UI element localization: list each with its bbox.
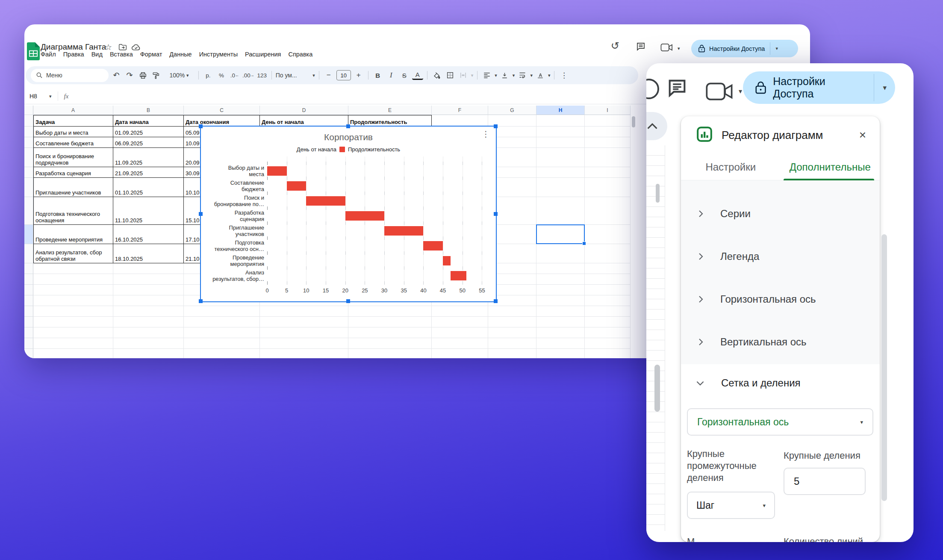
comments-icon[interactable] xyxy=(636,41,646,53)
sheet-cell[interactable] xyxy=(585,137,631,148)
sheet-cell[interactable] xyxy=(113,306,184,317)
sheet-cell[interactable] xyxy=(184,317,260,327)
camera-dropdown-icon[interactable]: ▾ xyxy=(739,87,742,95)
gantt-chart[interactable]: КорпоративДень от началаПродолжительност… xyxy=(201,127,496,301)
row-header[interactable] xyxy=(24,197,33,225)
sheet-cell[interactable]: Выбор даты и места xyxy=(33,127,113,137)
sheet-cell[interactable] xyxy=(432,317,488,327)
sheet-cell[interactable]: 18.10.2025 xyxy=(113,244,184,263)
font-select[interactable]: По ум...▾ xyxy=(276,69,315,81)
vertical-align-button[interactable] xyxy=(499,69,510,81)
row-header[interactable] xyxy=(24,225,33,244)
sheet-cell[interactable] xyxy=(536,306,585,317)
camera-dropdown-icon[interactable]: ▾ xyxy=(678,46,680,51)
sheet-cell[interactable] xyxy=(348,306,432,317)
sheet-cell[interactable]: Составление бюджета xyxy=(33,137,113,148)
sheet-cell[interactable] xyxy=(536,148,585,167)
format-currency-button[interactable]: р. xyxy=(203,69,214,81)
sheet-cell[interactable] xyxy=(536,244,585,263)
row-header[interactable] xyxy=(24,306,33,317)
merge-dropdown-icon[interactable]: ▾ xyxy=(471,73,474,78)
zoom-select[interactable]: 100% ▾ xyxy=(164,69,194,81)
sheet-cell[interactable]: Подготовка технического оснащения xyxy=(33,197,113,225)
sheet-cell[interactable]: Анализ результатов, сбор обратной связи xyxy=(33,244,113,263)
text-rotation-dropdown-icon[interactable]: ▾ xyxy=(548,73,551,78)
sheet-cell[interactable] xyxy=(113,285,184,295)
sheet-cell[interactable] xyxy=(113,274,184,285)
comments-icon[interactable] xyxy=(666,77,688,101)
row-column-corner[interactable] xyxy=(24,106,33,115)
minor-ticks-select[interactable]: Шаг ▾ xyxy=(687,492,775,519)
sheet-cell[interactable]: Дата начала xyxy=(113,115,184,127)
row-header[interactable] xyxy=(24,295,33,306)
accordion-item-2[interactable]: Горизонтальная ось xyxy=(681,279,880,320)
sheet-cell[interactable]: 06.09.2025 xyxy=(113,137,184,148)
row-header[interactable] xyxy=(24,244,33,263)
share-button[interactable]: Настройки Доступа ▾ xyxy=(743,71,895,104)
sheet-cell[interactable] xyxy=(260,317,348,327)
sheet-cell[interactable] xyxy=(585,349,631,358)
sheet-cell[interactable]: Поиск и бронирование подрядчиков xyxy=(33,148,113,167)
sheet-cell[interactable] xyxy=(348,317,432,327)
selection-handle[interactable] xyxy=(346,299,350,303)
sheet-cell[interactable] xyxy=(488,327,536,338)
sheet-cell[interactable]: 11.10.2025 xyxy=(113,197,184,225)
row-header[interactable] xyxy=(24,178,33,197)
selection-handle[interactable] xyxy=(494,299,498,303)
sheet-cell[interactable] xyxy=(585,338,631,349)
share-dropdown-icon[interactable]: ▾ xyxy=(770,46,783,51)
sheet-cell[interactable] xyxy=(260,327,348,338)
sheet-cell[interactable]: 01.10.2025 xyxy=(113,178,184,197)
sheet-cell[interactable] xyxy=(33,306,113,317)
sheets-logo-icon[interactable] xyxy=(26,41,41,63)
row-header[interactable] xyxy=(24,349,33,358)
sheet-cell[interactable] xyxy=(113,338,184,349)
sheet-cell[interactable]: Разработка сценария xyxy=(33,167,113,178)
gantt-bar[interactable] xyxy=(423,241,443,251)
fill-color-button[interactable] xyxy=(431,69,442,81)
bold-button[interactable]: B xyxy=(372,69,383,81)
sheet-cell[interactable] xyxy=(536,178,585,197)
sheet-cell[interactable] xyxy=(33,285,113,295)
sheet-cell[interactable] xyxy=(585,148,631,167)
sheet-cell[interactable] xyxy=(113,317,184,327)
sheet-cell[interactable] xyxy=(536,317,585,327)
sheet-cell[interactable] xyxy=(585,317,631,327)
fill-handle[interactable] xyxy=(582,242,586,245)
strip-scrollbar[interactable] xyxy=(656,184,660,203)
sheet-cell[interactable] xyxy=(536,285,585,295)
sheet-cell[interactable]: 11.09.2025 xyxy=(113,148,184,167)
paint-format-button[interactable] xyxy=(150,69,162,81)
sheet-cell[interactable] xyxy=(113,349,184,358)
more-formats-button[interactable]: 123 xyxy=(256,69,268,81)
sheet-cell[interactable] xyxy=(260,306,348,317)
sheet-cell[interactable] xyxy=(432,306,488,317)
column-header-A[interactable]: A xyxy=(33,106,113,115)
sheet-cell[interactable] xyxy=(184,306,260,317)
sheet-cell[interactable]: Продолжительность xyxy=(348,115,432,127)
sheet-cell[interactable] xyxy=(536,263,585,274)
sheet-cell[interactable] xyxy=(488,306,536,317)
sheet-cell[interactable] xyxy=(348,327,432,338)
gantt-bar[interactable] xyxy=(384,226,423,236)
row-header[interactable] xyxy=(24,338,33,349)
sheet-cell[interactable] xyxy=(536,127,585,137)
gantt-bar[interactable] xyxy=(443,256,451,265)
accordion-item-1[interactable]: Легенда xyxy=(681,236,880,277)
row-header[interactable] xyxy=(24,148,33,167)
meet-camera-icon[interactable] xyxy=(660,43,673,53)
tab-customize[interactable]: Дополнительные xyxy=(781,154,880,180)
text-wrap-dropdown-icon[interactable]: ▾ xyxy=(530,73,533,78)
sheet-cell[interactable] xyxy=(585,285,631,295)
sheet-cell[interactable]: Проведение мероприятия xyxy=(33,225,113,244)
selection-handle[interactable] xyxy=(346,124,350,128)
panel-scrollbar[interactable] xyxy=(881,234,887,501)
format-percent-button[interactable]: % xyxy=(216,69,227,81)
sheet-cell[interactable] xyxy=(585,306,631,317)
menu-5[interactable]: Данные xyxy=(169,51,192,58)
column-header-E[interactable]: E xyxy=(348,106,432,115)
sheet-cell[interactable] xyxy=(33,317,113,327)
undo-button[interactable]: ↶ xyxy=(111,69,122,81)
menu-3[interactable]: Вставка xyxy=(110,51,133,58)
menu-8[interactable]: Справка xyxy=(288,51,312,58)
